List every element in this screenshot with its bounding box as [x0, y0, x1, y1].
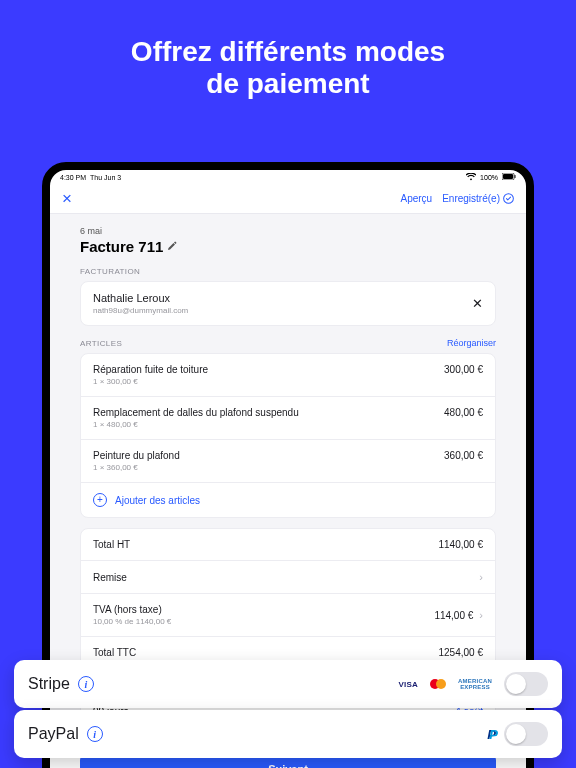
client-email: nath98u@dummymail.com	[93, 306, 188, 315]
articles-section-label: ARTICLES	[80, 339, 122, 348]
nav-bar: × Aperçu Enregistré(e)	[50, 184, 526, 214]
svg-rect-2	[515, 175, 516, 178]
reorganize-link[interactable]: Réorganiser	[447, 338, 496, 348]
info-icon[interactable]: i	[78, 676, 94, 692]
info-icon[interactable]: i	[87, 726, 103, 742]
remove-client-icon[interactable]: ✕	[472, 296, 483, 311]
item-qty-price: 1 × 300,00 €	[93, 377, 208, 386]
line-item[interactable]: Peinture du plafond 1 × 360,00 € 360,00 …	[81, 439, 495, 482]
wifi-icon	[466, 173, 476, 182]
svg-rect-1	[503, 174, 513, 179]
paypal-label: PayPal	[28, 725, 79, 743]
status-battery: 100%	[480, 174, 498, 181]
item-amount: 360,00 €	[444, 450, 483, 461]
stripe-label: Stripe	[28, 675, 70, 693]
close-icon[interactable]: ×	[62, 189, 72, 209]
mastercard-icon	[430, 679, 446, 689]
preview-link[interactable]: Aperçu	[401, 193, 433, 204]
item-amount: 480,00 €	[444, 407, 483, 418]
item-amount: 300,00 €	[444, 364, 483, 375]
discount-row[interactable]: Remise ›	[81, 560, 495, 593]
saved-status: Enregistré(e)	[442, 193, 514, 204]
item-name: Réparation fuite de toiture	[93, 364, 208, 375]
status-time: 4:30 PM	[60, 174, 86, 181]
client-card[interactable]: Nathalie Leroux nath98u@dummymail.com ✕	[80, 281, 496, 326]
client-name: Nathalie Leroux	[93, 292, 188, 304]
amex-icon: AMERICANEXPRESS	[454, 676, 496, 692]
tax-row[interactable]: TVA (hors taxe) 10,00 % de 1140,00 € 114…	[81, 593, 495, 636]
item-qty-price: 1 × 480,00 €	[93, 420, 299, 429]
items-card: Réparation fuite de toiture 1 × 300,00 €…	[80, 353, 496, 518]
item-name: Peinture du plafond	[93, 450, 180, 461]
battery-icon	[502, 173, 516, 181]
stripe-option-card: Stripe i VISA AMERICANEXPRESS	[14, 660, 562, 708]
item-qty-price: 1 × 360,00 €	[93, 463, 180, 472]
check-circle-icon	[503, 193, 514, 204]
status-date: Thu Jun 3	[90, 174, 121, 181]
invoice-date: 6 mai	[80, 226, 496, 236]
status-bar: 4:30 PM Thu Jun 3 100%	[50, 170, 526, 184]
line-item[interactable]: Remplacement de dalles du plafond suspen…	[81, 396, 495, 439]
hero-title: Offrez différents modes de paiement	[0, 0, 576, 124]
add-item-button[interactable]: + Ajouter des articles	[81, 482, 495, 517]
visa-icon: VISA	[395, 678, 422, 691]
paypal-toggle[interactable]	[504, 722, 548, 746]
plus-circle-icon: +	[93, 493, 107, 507]
invoice-title[interactable]: Facture 711	[80, 238, 496, 255]
stripe-toggle[interactable]	[504, 672, 548, 696]
totals-card: Total HT 1140,00 € Remise › TVA (hors ta…	[80, 528, 496, 669]
chevron-right-icon: ›	[479, 609, 483, 621]
line-item[interactable]: Réparation fuite de toiture 1 × 300,00 €…	[81, 354, 495, 396]
edit-icon[interactable]	[167, 241, 177, 253]
subtotal-row: Total HT 1140,00 €	[81, 529, 495, 560]
chevron-right-icon: ›	[479, 571, 483, 583]
paypal-icon: P	[487, 727, 496, 742]
paypal-option-card: PayPal i P	[14, 710, 562, 758]
item-name: Remplacement de dalles du plafond suspen…	[93, 407, 299, 418]
billing-section-label: FACTURATION	[80, 267, 496, 276]
